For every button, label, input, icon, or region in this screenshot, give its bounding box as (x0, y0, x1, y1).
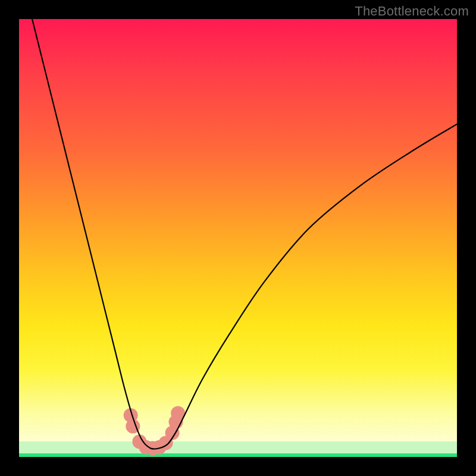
highlight-markers (124, 406, 185, 455)
chart-overlay (19, 19, 457, 457)
watermark-text: TheBottleneck.com (355, 4, 469, 19)
chart-frame: TheBottleneck.com (0, 0, 476, 476)
bottleneck-curve (32, 19, 457, 449)
